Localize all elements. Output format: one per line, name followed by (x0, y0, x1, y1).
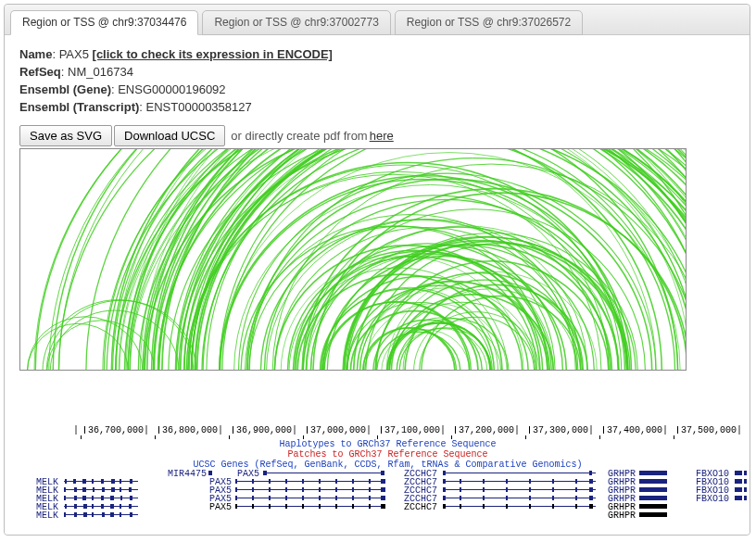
ensembl-transcript-value: ENST00000358127 (146, 100, 252, 114)
scale-tick-label: 36,900,000| (236, 425, 297, 435)
gene-label: MELK (36, 510, 58, 521)
tab-region-1[interactable]: Region or TSS @ chr9:37002773 (202, 10, 390, 35)
download-ucsc-button[interactable]: Download UCSC (114, 125, 225, 146)
refseq-label: RefSeq (19, 65, 61, 79)
gene-label: ZCCHC7 (404, 502, 437, 512)
gene-label: FBXO10 (696, 494, 729, 504)
gene-label: MIR4475 (168, 469, 207, 479)
gene-label: GRHPR (608, 510, 636, 521)
scale-tick-label: 36,800,000| (162, 425, 223, 435)
tab-bar: Region or TSS @ chr9:37034476 Region or … (5, 5, 750, 35)
scale-tick-label: 37,000,000| (310, 425, 372, 435)
create-pdf-link[interactable]: here (370, 129, 394, 143)
export-button-row: Save as SVG Download UCSC or directly cr… (19, 125, 735, 146)
ensembl-transcript-label: Ensembl (Transcript) (19, 100, 139, 114)
scale-tick-label: 37,400,000| (607, 425, 668, 435)
scale-tick-label: 37,200,000| (459, 425, 520, 435)
interaction-arc-plot (19, 148, 687, 371)
tab-region-0[interactable]: Region or TSS @ chr9:37034476 (10, 10, 198, 35)
arc-svg (20, 149, 687, 371)
encode-expression-link[interactable]: [click to check its expression in ENCODE… (93, 47, 333, 61)
scale-tick-label: 36,700,000| (88, 425, 149, 435)
gene-metadata: Name: PAX5 [click to check its expressio… (19, 46, 735, 116)
tab-region-2[interactable]: Region or TSS @ chr9:37026572 (395, 10, 583, 35)
patches-title: Patches to GRCh37 Reference Sequence (29, 449, 747, 460)
pdf-hint-text: or directly create pdf from (231, 129, 367, 143)
ucsc-genes-title: UCSC Genes (RefSeq, GenBank, CCDS, Rfam,… (29, 460, 747, 470)
scale-ruler: 36,700,000|36,800,000|36,900,000|37,000,… (29, 426, 747, 439)
save-svg-button[interactable]: Save as SVG (19, 125, 112, 146)
refseq-value: NM_016734 (68, 65, 133, 79)
tab-content: Name: PAX5 [click to check its expressio… (5, 35, 750, 535)
gene-label: PAX5 (237, 469, 259, 479)
haplotypes-title: Haplotypes to GRCh37 Reference Sequence (29, 439, 747, 449)
scale-tick-label: 37,300,000| (533, 425, 594, 435)
name-value: PAX5 (59, 47, 89, 61)
main-panel: Region or TSS @ chr9:37034476 Region or … (4, 4, 750, 536)
scale-tick-label: 37,500,000| (681, 425, 742, 435)
ensembl-gene-label: Ensembl (Gene) (19, 82, 111, 96)
name-label: Name (19, 47, 52, 61)
scale-tick-label: 37,100,000| (384, 425, 446, 435)
ensembl-gene-value: ENSG00000196092 (118, 82, 225, 96)
genome-track-area: 36,700,000|36,800,000|36,900,000|37,000,… (29, 426, 747, 525)
gene-tracks: MIR4475PAX5ZCCHC7GRHPRFBXO10MELKPAX5ZCCH… (29, 470, 747, 525)
gene-label: PAX5 (209, 502, 232, 512)
